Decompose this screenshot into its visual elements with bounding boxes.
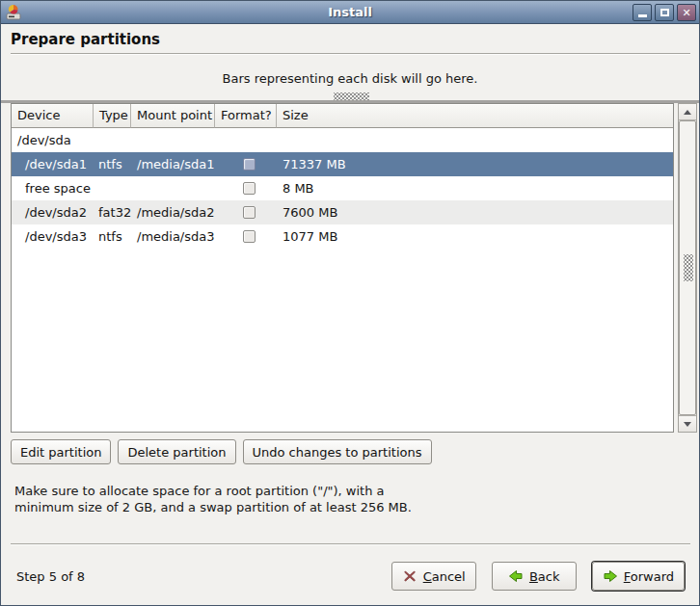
size-cell: 71337 MB [277, 152, 673, 176]
edit-partition-button[interactable]: Edit partition [11, 439, 111, 464]
page-title: Prepare partitions [11, 31, 160, 48]
back-label: Back [529, 569, 560, 584]
size-cell: 1077 MB [277, 224, 673, 249]
column-header-type[interactable]: Type [94, 104, 131, 128]
scroll-down-button[interactable] [679, 415, 696, 432]
mount-cell: /media/sda2 [131, 200, 215, 224]
footer-separator [11, 543, 690, 545]
vertical-scrollbar[interactable] [678, 103, 697, 433]
table-row-sda3[interactable]: /dev/sda3 ntfs /media/sda3 1077 MB [12, 224, 673, 249]
type-cell: ntfs [94, 224, 131, 249]
scrollbar-thumb[interactable] [679, 120, 696, 415]
mount-cell: /media/sda3 [131, 224, 215, 249]
disk-bars-placeholder: Bars representing each disk will go here… [1, 71, 699, 86]
table-row-sda1[interactable]: /dev/sda1 ntfs /media/sda1 71337 MB [12, 152, 673, 176]
partition-table: Device Type Mount point Format? Size /de… [11, 103, 674, 433]
scrollbar-grip [684, 254, 693, 281]
maximize-button[interactable] [655, 4, 674, 21]
forward-button[interactable]: Forward [592, 562, 685, 591]
delete-partition-button[interactable]: Delete partition [118, 439, 235, 464]
column-header-mount-point[interactable]: Mount point [131, 104, 215, 128]
format-checkbox[interactable] [243, 206, 256, 219]
titlebar[interactable]: Install ✕ [1, 1, 699, 24]
back-arrow-icon [508, 568, 524, 584]
header-separator [11, 53, 690, 55]
device-cell: /dev/sda [12, 128, 94, 152]
close-icon: ✕ [682, 8, 690, 18]
device-cell: /dev/sda2 [12, 200, 94, 224]
format-checkbox[interactable] [243, 182, 256, 195]
table-row-free-space[interactable]: free space 8 MB [12, 176, 673, 200]
table-header: Device Type Mount point Format? Size [12, 104, 673, 128]
root-partition-hint: Make sure to allocate space for a root p… [14, 483, 412, 515]
table-row-sda2[interactable]: /dev/sda2 fat32 /media/sda2 7600 MB [12, 200, 673, 224]
close-button[interactable]: ✕ [677, 4, 696, 21]
back-button[interactable]: Back [492, 562, 577, 591]
format-checkbox[interactable] [243, 158, 256, 171]
window-title: Install [1, 5, 699, 19]
column-header-size[interactable]: Size [277, 104, 673, 128]
cancel-button[interactable]: Cancel [391, 562, 476, 591]
install-window: Install ✕ Prepare partitions Bars repres… [0, 0, 700, 606]
size-cell: 7600 MB [277, 200, 673, 224]
cancel-label: Cancel [423, 569, 466, 584]
size-cell: 8 MB [277, 176, 673, 200]
forward-label: Forward [624, 569, 674, 584]
type-cell: ntfs [94, 152, 131, 176]
minimize-icon [638, 14, 647, 17]
paned-resize-grip[interactable] [334, 92, 369, 100]
maximize-icon [660, 9, 669, 16]
column-header-device[interactable]: Device [12, 104, 94, 128]
device-cell: free space [12, 176, 94, 200]
device-cell: /dev/sda3 [12, 224, 94, 249]
table-row-disk[interactable]: /dev/sda [12, 128, 673, 152]
column-header-format[interactable]: Format? [215, 104, 277, 128]
scroll-down-icon [684, 422, 691, 427]
minimize-button[interactable] [633, 4, 652, 21]
type-cell: fat32 [94, 200, 131, 224]
undo-changes-button[interactable]: Undo changes to partitions [243, 439, 432, 464]
format-checkbox[interactable] [243, 230, 256, 243]
step-indicator: Step 5 of 8 [16, 569, 85, 584]
scroll-up-button[interactable] [679, 104, 696, 120]
scroll-up-icon [684, 110, 691, 115]
cancel-x-icon [402, 568, 417, 584]
mount-cell: /media/sda1 [131, 152, 215, 176]
device-cell: /dev/sda1 [12, 152, 94, 176]
forward-arrow-icon [603, 568, 618, 584]
